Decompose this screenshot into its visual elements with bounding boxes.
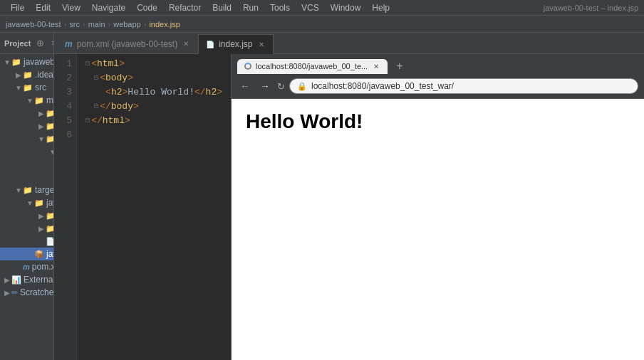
- browser-tab-bar: localhost:8080/javaweb_00_te... ✕ +: [237, 58, 638, 74]
- resources-folder-icon: 📁: [46, 122, 53, 131]
- tab-pom-xml-close[interactable]: ✕: [182, 39, 190, 48]
- tree-item-war[interactable]: 📦 javaweb-00-test.war: [0, 248, 53, 260]
- menu-vcs[interactable]: VCS: [296, 1, 324, 14]
- tree-label-war: javaweb-00-test.war: [46, 249, 53, 259]
- tree-label-src: src: [35, 83, 46, 92]
- tree-item-indexjsp2[interactable]: 📄 index.jsp: [0, 235, 53, 248]
- menu-window[interactable]: Window: [326, 1, 366, 14]
- title-bar: File Edit View Navigate Code Refactor Bu…: [0, 0, 644, 16]
- main-folder-icon: 📁: [34, 96, 44, 105]
- code-line-4: ⊟</body>: [85, 100, 222, 114]
- tree-item-webapp[interactable]: ▼ 📁 webapp: [0, 132, 53, 145]
- tab-pom-xml-icon: m: [65, 39, 73, 49]
- menu-view[interactable]: View: [57, 1, 85, 14]
- tree-item-pomxml[interactable]: m pom.xml: [0, 260, 53, 273]
- menu-help[interactable]: Help: [367, 1, 395, 14]
- menu-tools[interactable]: Tools: [265, 1, 295, 14]
- browser-url-text: localhost:8080/javaweb_00_test_war/: [311, 81, 454, 91]
- editor-area: m pom.xml (javaweb-00-test) ✕ 📄 index.js…: [54, 33, 644, 360]
- webapp-folder-icon: 📁: [46, 134, 53, 144]
- browser-chrome: localhost:8080/javaweb_00_te... ✕ + ← → …: [232, 54, 644, 99]
- sidebar-toolbar: Project ⊕ ≡ ⇅ ⚙ −: [0, 33, 53, 54]
- project-folder-icon: 📁: [11, 58, 21, 67]
- editor-content: 1 2 3 4 5 6 ⊟<html> ⊟<body> <h2>Hello Wo…: [54, 54, 644, 360]
- tab-index-jsp[interactable]: 📄 index.jsp ✕: [198, 34, 273, 54]
- window-title: javaweb-00-test – index.jsp: [544, 4, 638, 12]
- breadcrumb-webapp[interactable]: webapp: [113, 20, 141, 28]
- indexjsp2-file-icon: 📄: [46, 237, 53, 246]
- tree-label-main: main: [46, 95, 53, 105]
- tab-index-jsp-label: index.jsp: [219, 39, 252, 49]
- tree-item-scratches[interactable]: ▶ ✏ Scratches and Consoles: [0, 286, 53, 299]
- pomxml-file-icon: m: [23, 263, 30, 271]
- idea-folder-icon: 📁: [23, 70, 33, 80]
- menu-edit[interactable]: Edit: [31, 1, 56, 14]
- menu-code[interactable]: Code: [132, 1, 162, 14]
- java-folder-icon: 📁: [46, 109, 53, 118]
- browser-loading-icon: [244, 63, 251, 70]
- metainf-folder-icon: 📁: [46, 211, 53, 221]
- target-folder-icon: 📁: [23, 186, 33, 195]
- extlibs-icon: 📊: [11, 275, 21, 285]
- code-line-5: ⊟</html>: [85, 114, 222, 128]
- browser-nav: ← → ↻ 🔒 localhost:8080/javaweb_00_test_w…: [237, 78, 638, 94]
- tab-index-jsp-close[interactable]: ✕: [257, 40, 266, 49]
- main-layout: Project ⊕ ≡ ⇅ ⚙ − ▼ 📁 javaweb-00-test E:…: [0, 33, 644, 360]
- war-file-icon: 📦: [34, 250, 44, 259]
- browser-tab-close[interactable]: ✕: [372, 62, 380, 71]
- tree-item-idea[interactable]: ▶ 📁 .idea: [0, 68, 53, 81]
- browser-hello-world: Hello World!: [246, 110, 630, 133]
- code-editor[interactable]: ⊟<html> ⊟<body> <h2>Hello World!</h2> ⊟<…: [77, 54, 231, 360]
- menu-refactor[interactable]: Refactor: [164, 1, 206, 14]
- tab-pom-xml-label: pom.xml (javaweb-00-test): [77, 39, 177, 49]
- menu-run[interactable]: Run: [238, 1, 264, 14]
- tree-label-pomxml: pom.xml: [32, 262, 53, 272]
- browser-reload-button[interactable]: ↻: [277, 81, 285, 92]
- breadcrumb: javaweb-00-test › src › main › webapp › …: [0, 16, 644, 33]
- tree-item-indexjsp[interactable]: 📄 index.jsp: [0, 171, 53, 184]
- globe-icon[interactable]: ⊕: [35, 36, 46, 50]
- breadcrumb-main[interactable]: main: [88, 20, 105, 28]
- tree-item-resources[interactable]: ▶ 📁 resources: [0, 120, 53, 132]
- line-numbers: 1 2 3 4 5 6: [54, 54, 77, 360]
- scratches-icon: ✏: [11, 288, 18, 297]
- tree-label-scratches: Scratches and Consoles: [20, 287, 53, 297]
- browser-lock-icon: 🔒: [297, 82, 307, 91]
- breadcrumb-file[interactable]: index.jsp: [149, 20, 180, 28]
- sidebar: Project ⊕ ≡ ⇅ ⚙ − ▼ 📁 javaweb-00-test E:…: [0, 33, 54, 360]
- tree-item-main[interactable]: ▼ 📁 main: [0, 94, 53, 107]
- tree-item-target-project[interactable]: ▼ 📁 javaweb-00-test: [0, 196, 53, 209]
- menu-file[interactable]: File: [6, 1, 29, 14]
- tree-label-project: javaweb-00-test: [24, 57, 53, 67]
- tab-index-jsp-icon: 📄: [206, 41, 214, 48]
- tree-item-project[interactable]: ▼ 📁 javaweb-00-test E:\javaweb\javaweb: [0, 55, 53, 68]
- tree-item-webinf[interactable]: ▼ 📁 WEB-INF: [0, 145, 53, 158]
- browser-new-tab-button[interactable]: +: [392, 58, 407, 74]
- browser-tab-label: localhost:8080/javaweb_00_te...: [256, 62, 368, 70]
- menu-bar[interactable]: File Edit View Navigate Code Refactor Bu…: [6, 1, 395, 14]
- menu-navigate[interactable]: Navigate: [87, 1, 130, 14]
- tree-item-extlibs[interactable]: ▶ 📊 External Libraries: [0, 273, 53, 286]
- code-line-2: ⊟<body>: [85, 71, 222, 85]
- browser-tab[interactable]: localhost:8080/javaweb_00_te... ✕: [237, 59, 388, 74]
- browser-url-bar[interactable]: 🔒 localhost:8080/javaweb_00_test_war/: [289, 78, 638, 94]
- target-project-folder-icon: 📁: [34, 198, 44, 208]
- tree-label-idea: .idea: [35, 70, 53, 80]
- tree-item-metainf[interactable]: ▶ 📁 META-INF: [0, 209, 53, 222]
- tree-label-target: target: [35, 185, 53, 195]
- tab-pom-xml[interactable]: m pom.xml (javaweb-00-test) ✕: [57, 33, 198, 53]
- menu-build[interactable]: Build: [207, 1, 237, 14]
- tree-item-webxml[interactable]: m web.xml: [0, 158, 53, 171]
- src-folder-icon: 📁: [23, 83, 33, 92]
- tree-label-target-project: javaweb-00-test: [46, 198, 53, 208]
- tree-item-java[interactable]: ▶ 📁 java: [0, 107, 53, 120]
- breadcrumb-src[interactable]: src: [69, 20, 80, 28]
- code-line-3: <h2>Hello World!</h2>: [85, 85, 222, 100]
- tree-item-target[interactable]: ▼ 📁 target: [0, 184, 53, 196]
- tree-item-src[interactable]: ▼ 📁 src: [0, 81, 53, 94]
- breadcrumb-project[interactable]: javaweb-00-test: [6, 20, 61, 28]
- browser-back-button[interactable]: ←: [237, 79, 253, 93]
- browser-forward-button[interactable]: →: [257, 79, 273, 93]
- browser-panel: localhost:8080/javaweb_00_te... ✕ + ← → …: [231, 54, 644, 360]
- tree-item-webinf2[interactable]: ▶ 📁 WEB-INF: [0, 222, 53, 235]
